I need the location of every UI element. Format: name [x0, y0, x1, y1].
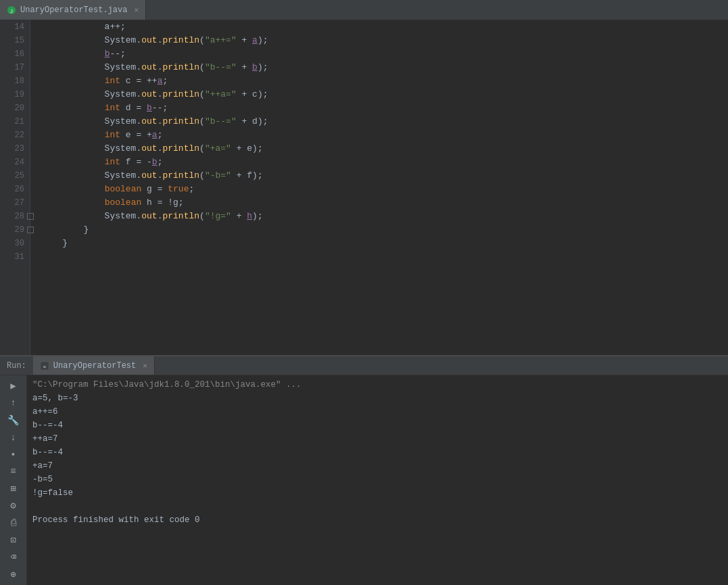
console-line: a++=6 — [32, 405, 723, 419]
code-token: System. — [41, 61, 141, 74]
filter-button[interactable]: ≡ — [4, 464, 23, 479]
code-token: System. — [41, 169, 141, 183]
line-number-26: 26 — [0, 183, 30, 196]
line-numbers-gutter: 141516171819202122232425262728293031 — [0, 20, 30, 355]
console-line: b--=-4 — [32, 419, 723, 432]
code-token: + — [231, 210, 247, 223]
code-token: + — [237, 34, 252, 47]
line-number-15: 15 — [0, 34, 30, 47]
code-token: . — [157, 115, 163, 128]
code-token: ; — [162, 74, 168, 88]
user-button[interactable]: ⊡ — [4, 532, 23, 548]
code-line-26: boolean g = true; — [41, 183, 728, 196]
run-tab[interactable]: ≡ UnaryOperatorTest ✕ — [33, 356, 155, 375]
line-number-27: 27 — [0, 196, 30, 210]
scroll-down-button[interactable]: ↓ — [4, 429, 23, 445]
code-token: ; — [157, 128, 163, 142]
code-token: . — [157, 88, 163, 101]
code-token: println — [162, 142, 199, 156]
line-number-16: 16 — [0, 47, 30, 61]
console-line: Process finished with exit code 0 — [32, 513, 723, 527]
code-content[interactable]: a++; System.out.println("a++=" + a); b--… — [30, 20, 728, 355]
code-token: ; — [157, 156, 163, 169]
code-token: boolean — [105, 183, 142, 196]
print-button[interactable]: ⎙ — [4, 515, 23, 531]
console-line: -b=5 — [32, 473, 723, 486]
code-token: "++a=" — [205, 88, 237, 101]
run-panel: Run: ≡ UnaryOperatorTest ✕ ▶↑🔧↓▪≡⊞⚙⎙⊡⌫⊕ … — [0, 355, 728, 585]
tab-close-button[interactable]: ✕ — [134, 5, 139, 14]
stop-button[interactable]: ▪ — [4, 446, 23, 462]
line-number-25: 25 — [0, 169, 30, 183]
line-number-28: 28 — [0, 210, 30, 223]
run-tab-bar: Run: ≡ UnaryOperatorTest ✕ — [0, 356, 728, 375]
trash-button[interactable]: ⌫ — [4, 549, 23, 565]
code-token: boolean — [105, 196, 142, 210]
settings-button[interactable]: 🔧 — [4, 413, 23, 428]
code-token — [41, 74, 105, 88]
line-number-14: 14 — [0, 20, 30, 34]
code-token: b — [252, 61, 258, 74]
code-token: "-b=" — [205, 169, 231, 183]
line-number-19: 19 — [0, 88, 30, 101]
code-line-14: a++; — [41, 20, 728, 34]
code-token: a — [157, 74, 163, 88]
run-button[interactable]: ▶ — [4, 378, 23, 394]
code-token: } — [41, 237, 68, 250]
code-token: --; — [110, 47, 125, 61]
code-line-21: System.out.println("b--=" + d); — [41, 115, 728, 128]
console-line: !g=false — [32, 486, 723, 500]
code-line-20: int d = b--; — [41, 101, 728, 115]
code-token: d = — [120, 101, 147, 115]
code-token: println — [162, 169, 199, 183]
editor-area: 141516171819202122232425262728293031 a++… — [0, 20, 728, 355]
console-line: a=5, b=-3 — [32, 392, 723, 405]
code-token: . — [157, 142, 163, 156]
code-token: . — [157, 210, 163, 223]
code-token: --; — [152, 101, 168, 115]
code-token: println — [162, 88, 199, 101]
code-token: System. — [41, 210, 141, 223]
code-token: + — [237, 61, 252, 74]
pin-button[interactable]: ⊕ — [4, 567, 23, 582]
code-token: System. — [41, 115, 141, 128]
rerun-button[interactable]: ⊞ — [4, 481, 23, 496]
code-token: int — [105, 128, 120, 142]
code-token: ); — [252, 210, 263, 223]
line-number-18: 18 — [0, 74, 30, 88]
run-tab-close[interactable]: ✕ — [143, 361, 147, 370]
code-token: b — [105, 47, 110, 61]
code-token: println — [162, 115, 199, 128]
code-token — [41, 183, 105, 196]
console-line — [32, 500, 723, 513]
code-token: h = !g; — [141, 196, 183, 210]
code-line-29: } — [41, 223, 728, 237]
code-token: + c); — [237, 88, 268, 101]
code-token: "b--=" — [205, 115, 237, 128]
console-output[interactable]: "C:\Program Files\Java\jdk1.8.0_201\bin\… — [27, 375, 728, 585]
scroll-up-button[interactable]: ↑ — [4, 395, 23, 411]
code-token: b — [152, 156, 157, 169]
code-token — [41, 156, 105, 169]
code-token: System. — [41, 142, 141, 156]
code-line-18: int c = ++a; — [41, 74, 728, 88]
code-token: true — [168, 183, 189, 196]
line-number-22: 22 — [0, 128, 30, 142]
code-line-23: System.out.println("+a=" + e); — [41, 142, 728, 156]
code-token: out — [141, 115, 157, 128]
editor-tab[interactable]: J UnaryOperatorTest.java ✕ — [0, 0, 146, 20]
code-token: System. — [41, 88, 141, 101]
svg-text:J: J — [10, 7, 13, 14]
code-token — [41, 128, 105, 142]
config-button[interactable]: ⚙ — [4, 498, 23, 513]
code-token — [41, 101, 105, 115]
code-token: out — [141, 61, 157, 74]
line-number-29: 29 — [0, 223, 30, 237]
code-token: ( — [199, 34, 205, 47]
editor-tab-bar: J UnaryOperatorTest.java ✕ — [0, 0, 728, 20]
code-token: b — [147, 101, 152, 115]
line-number-20: 20 — [0, 101, 30, 115]
code-line-15: System.out.println("a++=" + a); — [41, 34, 728, 47]
code-token: "b--=" — [205, 61, 237, 74]
code-line-17: System.out.println("b--=" + b); — [41, 61, 728, 74]
